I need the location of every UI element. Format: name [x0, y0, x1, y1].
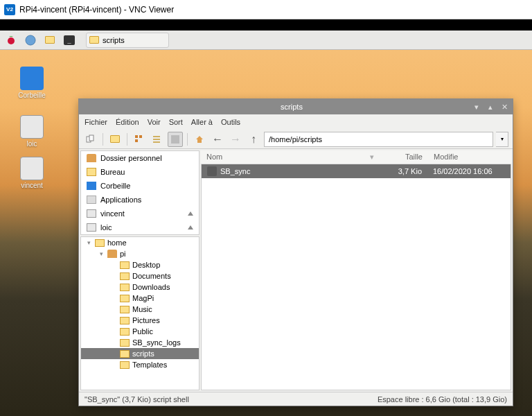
place-label: Corbeille: [100, 182, 130, 190]
expander-icon[interactable]: ▾: [85, 239, 92, 246]
place-label: loic: [100, 223, 112, 232]
fm-sidebar: Dossier personnelBureauCorbeilleApplicat…: [79, 149, 201, 392]
home-button-icon[interactable]: [192, 132, 207, 147]
desktop-icon-trash[interactable]: Corbeille: [11, 67, 53, 99]
tree-label: home: [107, 239, 127, 247]
desktop[interactable]: _ scripts Corbeilleloicvincent scripts ▾…: [0, 31, 532, 416]
menu-sort[interactable]: Sort: [169, 118, 183, 126]
svg-rect-3: [89, 135, 94, 141]
desktop-icon-drive-vincent[interactable]: vincent: [11, 157, 53, 189]
terminal-icon[interactable]: _: [61, 33, 78, 48]
tree-row[interactable]: scripts: [81, 348, 199, 359]
svg-point-0: [8, 37, 15, 44]
tree-label: pi: [120, 250, 126, 258]
fm-menubar: FichierÉditionVoirSortAller àOutils: [79, 114, 513, 130]
tree-row[interactable]: SB_sync_logs: [81, 337, 199, 348]
back-button-icon[interactable]: ←: [210, 132, 225, 147]
folder-icon: [120, 272, 130, 280]
tree-label: Pictures: [132, 316, 160, 324]
browser-icon[interactable]: [22, 33, 39, 48]
menu-édition[interactable]: Édition: [116, 118, 139, 126]
places-panel: Dossier personnelBureauCorbeilleApplicat…: [80, 150, 200, 235]
folder-icon: [120, 306, 130, 313]
files-icon[interactable]: [42, 33, 58, 48]
tree-row[interactable]: Music: [81, 304, 199, 315]
file-list[interactable]: SB_sync3,7 Kio16/02/2020 16:06: [201, 164, 511, 390]
tree-row[interactable]: Desktop: [81, 259, 199, 270]
top-panel: _ scripts: [0, 31, 532, 50]
col-modified[interactable]: Modifie: [428, 150, 511, 164]
up-button-icon[interactable]: ↑: [246, 132, 261, 147]
column-headers[interactable]: Nom ▾ Taille Modifie: [201, 150, 511, 164]
folder-icon: [87, 168, 96, 176]
file-manager-window: scripts ▾ ▴ ✕ FichierÉditionVoirSortAlle…: [78, 98, 513, 406]
drive-icon: [20, 115, 44, 139]
tree-row[interactable]: Downloads: [81, 281, 199, 293]
file-size: 3,7 Kio: [379, 165, 427, 177]
tree-row[interactable]: Documents: [81, 270, 199, 281]
place-home[interactable]: Dossier personnel: [81, 151, 199, 165]
trash-icon: [20, 67, 44, 90]
forward-button-icon[interactable]: →: [228, 132, 243, 147]
vnc-titlebar: V2 RPi4-vincent (RPi4-vincent) - VNC Vie…: [0, 0, 532, 19]
tree-row[interactable]: Pictures: [81, 315, 199, 326]
menu-outils[interactable]: Outils: [221, 118, 240, 126]
folder-icon: [120, 284, 130, 291]
fm-title: scripts: [111, 103, 472, 111]
new-folder-icon[interactable]: [107, 132, 123, 147]
new-tab-icon[interactable]: [83, 132, 98, 147]
vnc-title: RPi4-vincent (RPi4-vincent) - VNC Viewer: [19, 5, 174, 15]
place-trash[interactable]: Corbeille: [81, 179, 199, 193]
eject-icon[interactable]: [188, 211, 193, 216]
tree-label: MagPi: [132, 294, 154, 302]
tree-label: Downloads: [132, 283, 170, 291]
place-vincent[interactable]: vincent: [81, 207, 199, 220]
drive-icon: [87, 209, 96, 218]
vnc-black-bar: [0, 19, 532, 31]
menu-voir[interactable]: Voir: [148, 118, 161, 126]
status-right: Espace libre : 6,6 Gio (total : 13,9 Gio…: [378, 395, 507, 404]
view-list-icon[interactable]: [168, 132, 183, 147]
close-button[interactable]: ✕: [500, 103, 508, 111]
place-desktop[interactable]: Bureau: [81, 165, 199, 179]
view-compact-icon[interactable]: [150, 132, 165, 147]
menu-raspberry-icon[interactable]: [3, 33, 19, 48]
drive-icon: [20, 157, 44, 180]
place-apps[interactable]: Applications: [81, 193, 199, 207]
minimize-button[interactable]: ▾: [472, 103, 481, 111]
app-icon: [87, 196, 96, 204]
place-label: Bureau: [100, 168, 125, 176]
taskbar-item-scripts[interactable]: scripts: [86, 33, 169, 48]
drive-icon: [87, 223, 96, 232]
place-label: Applications: [100, 196, 141, 204]
eject-icon[interactable]: [188, 225, 193, 229]
svg-rect-8: [153, 139, 160, 140]
tree-label: Desktop: [132, 261, 160, 269]
expander-icon[interactable]: ▾: [98, 250, 105, 257]
desktop-icon-label: Corbeille: [11, 92, 53, 99]
maximize-button[interactable]: ▴: [486, 103, 495, 111]
folder-icon: [120, 295, 130, 302]
col-name[interactable]: Nom ▾: [201, 150, 380, 164]
col-size[interactable]: Taille: [380, 150, 428, 164]
folder-tree[interactable]: ▾home▾piDesktopDocumentsDownloadsMagPiMu…: [80, 236, 200, 390]
tree-row[interactable]: ▾pi: [81, 248, 199, 259]
view-icons-icon[interactable]: [132, 132, 147, 147]
path-dropdown-icon[interactable]: ▾: [496, 132, 508, 147]
folder-icon: [120, 328, 130, 336]
tree-row[interactable]: Templates: [81, 359, 199, 370]
fm-main: Nom ▾ Taille Modifie SB_sync3,7 Kio16/02…: [201, 150, 511, 390]
tree-row[interactable]: MagPi: [81, 293, 199, 304]
tree-row[interactable]: Public: [81, 326, 199, 337]
desktop-icon-label: loic: [11, 140, 53, 148]
path-input[interactable]: [264, 132, 493, 147]
fm-titlebar[interactable]: scripts ▾ ▴ ✕: [79, 99, 513, 114]
desktop-icon-drive-loic[interactable]: loic: [11, 115, 53, 148]
folder-icon: [120, 361, 130, 369]
menu-aller à[interactable]: Aller à: [191, 118, 213, 126]
file-row[interactable]: SB_sync3,7 Kio16/02/2020 16:06: [202, 164, 511, 178]
tree-row[interactable]: ▾home: [81, 237, 199, 248]
place-loic[interactable]: loic: [81, 220, 199, 234]
menu-fichier[interactable]: Fichier: [85, 118, 107, 126]
vnc-icon: V2: [4, 4, 15, 15]
